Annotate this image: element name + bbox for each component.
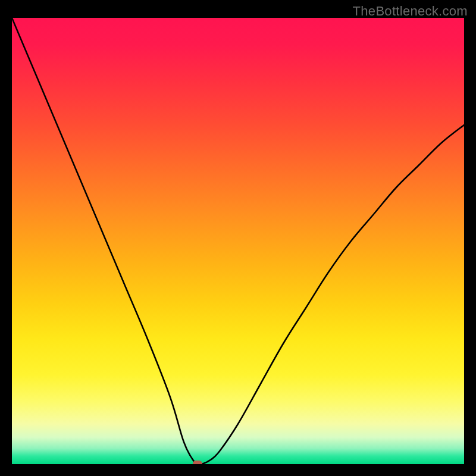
chart-frame: TheBottleneck.com (0, 0, 476, 476)
optimal-point-marker (193, 461, 202, 464)
curve-svg (12, 18, 464, 464)
plot-area (12, 18, 464, 464)
bottleneck-curve (12, 18, 464, 464)
watermark-text: TheBottleneck.com (353, 4, 468, 19)
